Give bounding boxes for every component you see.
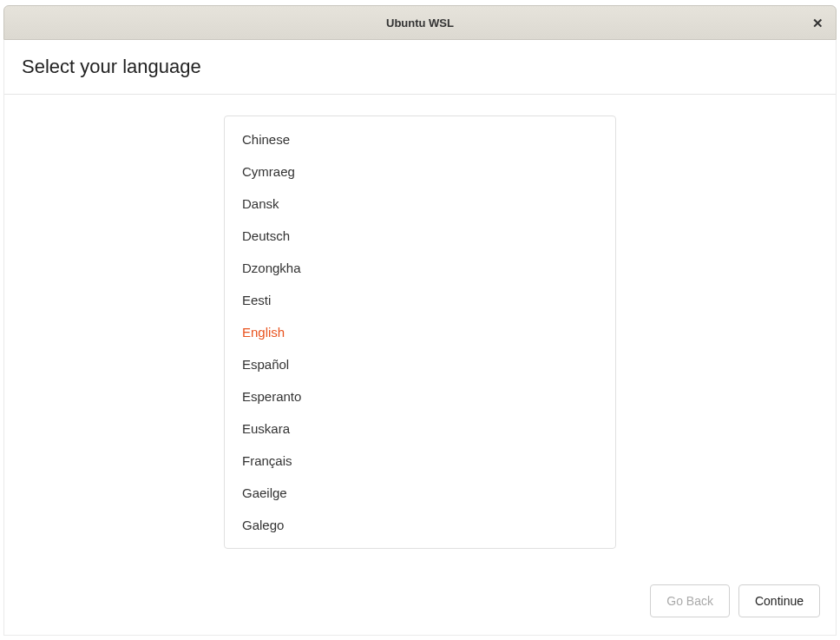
window-body: Select your language ChineseCymraegDansk…: [3, 40, 837, 636]
go-back-button[interactable]: Go Back: [650, 584, 730, 617]
language-item[interactable]: Esperanto: [225, 380, 615, 412]
footer: Go Back Continue: [4, 571, 836, 635]
language-item[interactable]: Euskara: [225, 412, 615, 445]
window-title: Ubuntu WSL: [386, 16, 454, 30]
language-item[interactable]: Cymraeg: [225, 155, 615, 188]
language-item[interactable]: Español: [225, 348, 615, 380]
language-item[interactable]: Dansk: [225, 188, 615, 220]
language-item[interactable]: Deutsch: [225, 220, 615, 252]
language-item[interactable]: Français: [225, 445, 615, 477]
language-item[interactable]: Eesti: [225, 284, 615, 316]
content-area: ChineseCymraegDanskDeutschDzongkhaEestiE…: [4, 95, 836, 571]
language-item[interactable]: Gaeilge: [225, 477, 615, 509]
language-item[interactable]: Galego: [225, 509, 615, 541]
language-list[interactable]: ChineseCymraegDanskDeutschDzongkhaEestiE…: [224, 115, 616, 549]
header-section: Select your language: [4, 40, 836, 95]
language-item[interactable]: Dzongkha: [225, 252, 615, 284]
titlebar: Ubuntu WSL ✕: [3, 5, 837, 40]
language-item[interactable]: Chinese: [225, 123, 615, 155]
continue-button[interactable]: Continue: [738, 584, 820, 617]
page-title: Select your language: [22, 56, 818, 78]
close-icon[interactable]: ✕: [812, 16, 824, 30]
language-item[interactable]: English: [225, 316, 615, 348]
